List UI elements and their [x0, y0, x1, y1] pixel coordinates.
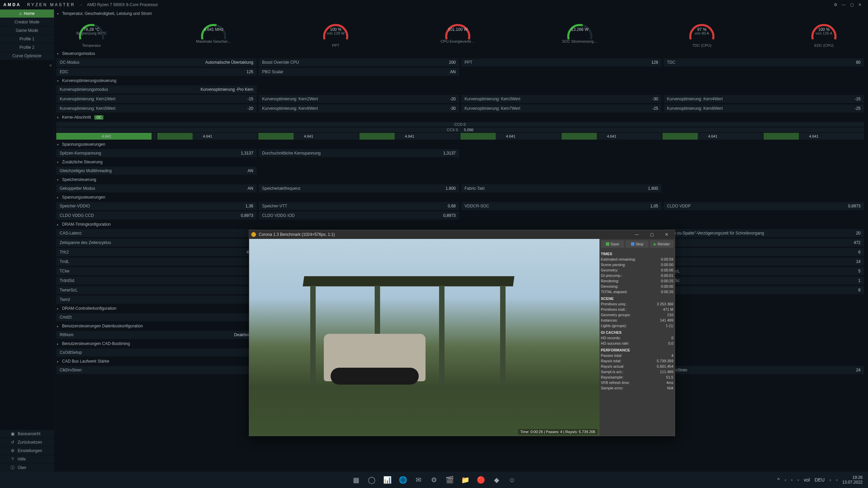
sidebar-tab-game-mode[interactable]: Game Mode	[0, 26, 54, 35]
maximize-button[interactable]: ▢	[848, 1, 856, 8]
data-cell[interactable]: ClkDrvStren24	[56, 366, 257, 374]
data-cell[interactable]: rdS6	[664, 248, 864, 256]
tray-link-icon[interactable]: ◦	[829, 477, 831, 483]
taskbar-films-icon[interactable]: 🎬	[443, 473, 456, 486]
render-button[interactable]: ▶Render	[650, 240, 673, 248]
taskbar-news-icon[interactable]: 📊	[381, 473, 394, 486]
core-6[interactable]: 4.641	[561, 133, 662, 140]
minimize-button[interactable]: —	[840, 1, 848, 8]
taskbar-circle-icon[interactable]: ◯	[365, 473, 378, 486]
tray-cloud-icon[interactable]: ◦	[791, 477, 793, 483]
ccd0-header[interactable]: ›CCD 0	[56, 122, 864, 127]
core-8[interactable]: 4.641	[764, 133, 864, 140]
taskbar-mail-icon[interactable]: ✉	[412, 473, 425, 486]
taskbar-clock[interactable]: 19:2613.07.2022	[842, 475, 863, 485]
section-chevron[interactable]: ▾	[57, 79, 59, 83]
data-cell[interactable]: Kurvenoptimierung: Kern1Wert-15	[56, 95, 257, 103]
taskbar-settings-icon[interactable]: ⚙	[428, 473, 440, 486]
corona-close-button[interactable]: ✕	[660, 230, 673, 239]
section-chevron[interactable]: ▾	[57, 12, 59, 16]
data-cell[interactable]: keDrvStren24	[664, 366, 864, 374]
data-cell[interactable]: urwrSc1	[664, 277, 864, 285]
sidebar-tab-creator-mode[interactable]: Creator Mode	[0, 18, 54, 26]
data-cell[interactable]: Fabric-Takt1.800	[461, 184, 662, 192]
settings-icon[interactable]: ⚙	[832, 1, 840, 8]
data-cell[interactable]: KurvenoptimierungsmodusKurvenoptimierung…	[56, 85, 257, 94]
sidebar-einstellungen[interactable]: ⚙Einstellungen	[0, 447, 54, 455]
data-cell[interactable]: Cmd2t1T	[56, 313, 257, 321]
data-cell[interactable]: Twrrd3	[56, 296, 257, 304]
data-cell[interactable]: VDDCR-SOC1,05	[461, 202, 662, 210]
data-cell[interactable]: TCke0	[56, 267, 257, 275]
data-cell[interactable]: Gleichzeitiges MultithreadingAN	[56, 167, 257, 175]
data-cell[interactable]: Boost Override CPU200	[259, 58, 459, 66]
section-chevron[interactable]: ▸	[57, 196, 59, 199]
data-cell[interactable]: fc472	[664, 239, 864, 247]
data-cell[interactable]: PBO ScalarAN	[259, 68, 459, 76]
core-7[interactable]: 4.641	[663, 133, 763, 140]
tray-^-icon[interactable]: ^	[777, 477, 780, 483]
data-cell[interactable]: Gekoppelter ModusAN	[56, 184, 257, 192]
section-chevron[interactable]: ▾	[57, 178, 59, 182]
data-cell[interactable]: Kurvenoptimierung: Kern6Wert-30	[259, 104, 459, 113]
data-cell[interactable]: CLDO VDDG CCD0,8973	[56, 211, 257, 220]
section-chevron[interactable]: ▸	[57, 324, 59, 328]
tray-vol-icon[interactable]: vol	[804, 477, 810, 483]
data-cell[interactable]: Kurvenoptimierung: Kern5Wert-20	[56, 104, 257, 113]
section-chevron[interactable]: ▾	[57, 52, 59, 56]
data-cell[interactable]: EDC125	[56, 68, 257, 76]
core-2[interactable]: 4.641	[157, 133, 258, 140]
data-cell[interactable]: Spitzen-Kernspannung1,3137	[56, 149, 257, 157]
sidebar-tab-profile-1[interactable]: Profile 1	[0, 35, 54, 43]
taskbar-smile-icon[interactable]: ☺	[506, 473, 518, 486]
data-cell[interactable]: drdScL5	[664, 267, 864, 275]
tray-phone-icon[interactable]: ◦	[797, 477, 799, 483]
tray-wifi-icon[interactable]: ◦	[836, 477, 837, 483]
data-cell[interactable]: RttNomDeaktiviert	[56, 331, 257, 339]
data-cell[interactable]: Speichertaktfrequenz1.800	[259, 184, 459, 192]
data-cell[interactable]: PPT128	[461, 58, 662, 66]
close-button[interactable]: ✕	[856, 1, 865, 8]
section-chevron[interactable]: ▾	[57, 160, 59, 164]
taskbar-opera-icon[interactable]: 🔴	[474, 473, 487, 486]
sidebar-tab-profile-2[interactable]: Profile 2	[0, 43, 54, 52]
section-chevron[interactable]: ▸	[57, 223, 59, 226]
taskbar-win-icon[interactable]: ▦	[350, 473, 362, 486]
data-cell[interactable]: CsOdtSetup0	[56, 348, 257, 357]
taskbar-edge-icon[interactable]: 🌐	[396, 473, 409, 486]
sidebar-hilfe[interactable]: ?Hilfe	[0, 455, 54, 463]
section-chevron[interactable]: ▾	[57, 116, 59, 119]
section-chevron[interactable]: ▸	[57, 307, 59, 310]
sidebar-basisansicht[interactable]: ▣Basisansicht	[0, 430, 54, 438]
tray-DEU-icon[interactable]: DEU	[814, 477, 825, 483]
data-cell[interactable]: CAS-Latenz18	[56, 229, 257, 237]
data-cell[interactable]: TDC80	[664, 58, 864, 66]
sidebar-tab-home[interactable]: ⌂Home	[0, 9, 54, 18]
data-cell[interactable]: Durchschnittliche Kernspannung1,3137	[259, 149, 459, 157]
section-chevron[interactable]: ▸	[57, 342, 59, 346]
corona-maximize-button[interactable]: ▢	[646, 230, 658, 239]
data-cell[interactable]: Kurvenoptimierung: Kern4Wert-15	[664, 95, 864, 103]
data-cell[interactable]: CLDO VDDG IOD0,8973	[259, 211, 459, 220]
data-cell[interactable]: dwr8	[664, 286, 864, 294]
corona-minimize-button[interactable]: —	[631, 230, 643, 239]
taskbar-rm-icon[interactable]: ◆	[490, 473, 503, 486]
data-cell[interactable]: Speicher-VTT0,68	[259, 202, 459, 210]
data-cell[interactable]: TrrdL9	[56, 258, 257, 266]
save-button[interactable]: Save	[601, 240, 624, 248]
data-cell[interactable]: Kurvenoptimierung: Kern3Wert-30	[461, 95, 662, 103]
sidebar-tab-curve-optimizer[interactable]: Curve Optimizer	[0, 52, 54, 60]
data-cell[interactable]: Kurvenoptimierung: Kern2Wert-20	[259, 95, 459, 103]
core-5[interactable]: 4.641	[460, 133, 561, 140]
section-chevron[interactable]: ▸	[57, 360, 59, 363]
data-cell[interactable]: TrdrdSd4	[56, 277, 257, 285]
data-cell[interactable]: Zeile-zu-Spalte"-Verzögerungszeit für Sc…	[664, 229, 864, 237]
data-cell[interactable]: tL14	[664, 258, 864, 266]
data-cell[interactable]: Trfc2472	[56, 248, 257, 256]
data-cell[interactable]: CLDO VDDP0,8973	[664, 202, 864, 210]
sidebar-zurücksetzen[interactable]: ↺Zurücksetzen	[0, 438, 54, 446]
tray-shield-icon[interactable]: ◦	[785, 477, 786, 483]
data-cell[interactable]: Speicher-VDDIO1,36	[56, 202, 257, 210]
core-1[interactable]: 4.641	[56, 133, 157, 140]
taskbar-files-icon[interactable]: 📁	[459, 473, 472, 486]
